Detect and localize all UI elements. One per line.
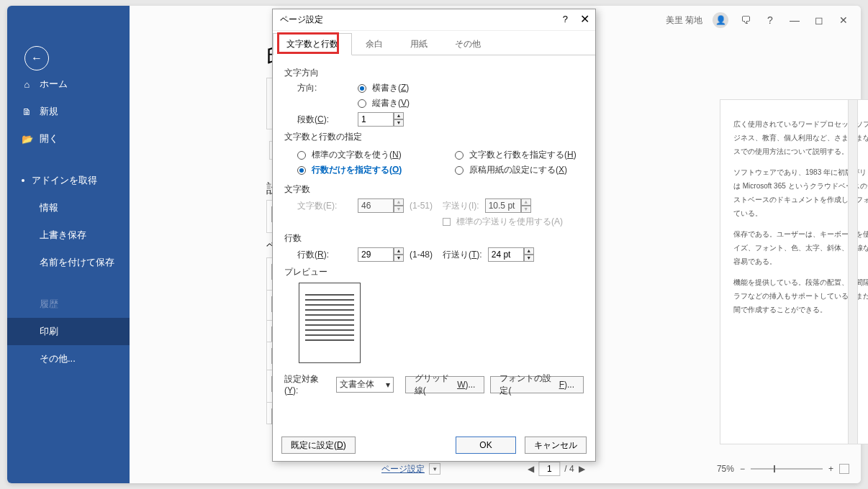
checkbox-std-pitch-label: 標準の字送りを使用する(A) [456, 216, 563, 228]
sidebar-item-new[interactable]: 🗎新規 [7, 98, 130, 125]
close-button[interactable]: ✕ [836, 14, 851, 26]
backstage-sidebar: ← ⌂ホーム 🗎新規 📂開く アドインを取得 情報 上書き保存 名前を付けて保存… [7, 6, 130, 483]
avatar[interactable]: 👤 [713, 12, 728, 28]
sidebar-item-label: 開く [40, 132, 58, 145]
apply-to-value: 文書全体 [340, 378, 374, 390]
lines-input[interactable] [358, 247, 394, 262]
spin-up-icon[interactable]: ▲ [524, 247, 534, 255]
group-spec: 文字数と行数の指定 [284, 131, 584, 143]
tab-chars-lines[interactable]: 文字数と行数 [273, 33, 352, 55]
radio-horizontal[interactable] [358, 84, 366, 93]
pitch-input [485, 198, 521, 213]
close-icon[interactable]: ✕ [580, 12, 589, 26]
zoom-out-button[interactable]: − [740, 464, 745, 474]
radio-lines-only[interactable] [297, 166, 306, 175]
sidebar-item-addins[interactable]: アドインを取得 [7, 167, 130, 194]
dialog-title: ページ設定 [280, 14, 323, 26]
ok-button[interactable]: OK [456, 437, 516, 454]
sidebar-item-label: 情報 [40, 201, 58, 214]
sidebar-item-save[interactable]: 上書き保存 [7, 221, 130, 249]
preview-thumbnail [299, 283, 361, 363]
radio-manuscript-label: 原稿用紙の設定にする(X) [469, 164, 567, 176]
minimize-button[interactable]: — [787, 14, 802, 26]
maximize-button[interactable]: ◻ [812, 14, 826, 26]
bullet-icon [22, 179, 24, 182]
next-page-button[interactable]: ▶ [579, 464, 585, 474]
spin-up-icon[interactable]: ▲ [394, 112, 404, 119]
sidebar-item-info[interactable]: 情報 [7, 194, 130, 221]
fit-page-button[interactable] [839, 464, 849, 474]
checkbox-std-pitch [443, 218, 451, 226]
sidebar-item-label: 名前を付けて保存 [40, 256, 114, 269]
apply-to-combo[interactable]: 文書全体▾ [336, 377, 394, 393]
chevron-down-icon: ▾ [386, 380, 390, 390]
set-default-button[interactable]: 既定に設定(D) [281, 437, 356, 454]
spin-down-icon[interactable]: ▼ [524, 255, 534, 262]
gridlines-button[interactable]: グリッド線(W)... [405, 376, 485, 393]
spin-up-icon: ▲ [394, 198, 404, 206]
group-preview: プレビュー [284, 266, 584, 278]
sidebar-item-label: 新規 [40, 105, 58, 118]
help-icon[interactable]: 🗨 [738, 14, 753, 26]
sidebar-item-label: アドインを取得 [32, 174, 97, 187]
sidebar-item-label: 印刷 [40, 325, 58, 338]
line-pitch-label: 行送り(T): [443, 249, 482, 261]
tab-margins[interactable]: 余白 [352, 33, 397, 55]
folder-open-icon: 📂 [22, 134, 32, 145]
lines-label: 行数(R): [297, 249, 352, 261]
spin-up-icon[interactable]: ▲ [394, 247, 404, 255]
cancel-button[interactable]: キャンセル [525, 437, 587, 454]
radio-default-chars-label: 標準の文字数を使う(N) [312, 149, 402, 161]
preview-scrollbar[interactable] [848, 99, 858, 444]
tab-other[interactable]: その他 [441, 33, 494, 55]
sidebar-item-home[interactable]: ⌂ホーム [7, 70, 130, 98]
chevron-down-icon[interactable]: ▾ [429, 463, 440, 475]
page-setup-dialog: ページ設定 ? ✕ 文字数と行数 余白 用紙 その他 文字方向 方向: 横書き(… [272, 9, 596, 462]
radio-vertical-label: 縦書き(V) [372, 97, 410, 109]
home-icon: ⌂ [22, 79, 32, 90]
back-button[interactable]: ← [24, 46, 49, 70]
radio-vertical[interactable] [358, 99, 366, 108]
prev-page-button[interactable]: ◀ [528, 464, 534, 474]
group-lines: 行数 [284, 232, 584, 244]
dialog-tabs: 文字数と行数 余白 用紙 その他 [273, 31, 595, 55]
font-settings-button[interactable]: フォントの設定(F)... [490, 376, 584, 393]
document-preview: 広く使用されているワードプロセッサソフトウェアである。ビジネス、教育、個人利用な… [720, 99, 868, 444]
spin-down-icon[interactable]: ▼ [394, 255, 404, 262]
sidebar-item-print[interactable]: 印刷 [7, 318, 130, 345]
page-number-input[interactable] [538, 462, 560, 476]
tab-paper[interactable]: 用紙 [397, 33, 441, 55]
spin-up-icon: ▲ [521, 198, 531, 206]
dialog-titlebar: ページ設定 ? ✕ [273, 9, 595, 31]
radio-chars-lines[interactable] [455, 151, 464, 160]
line-pitch-input[interactable] [488, 247, 524, 262]
page-setup-link[interactable]: ページ設定 [381, 463, 425, 475]
apply-to-label: 設定対象(Y): [284, 373, 330, 396]
group-chars: 文字数 [284, 183, 584, 196]
radio-manuscript[interactable] [455, 166, 464, 175]
spin-down-icon: ▼ [394, 206, 404, 213]
radio-horizontal-label: 横書き(Z) [372, 82, 409, 94]
radio-default-chars[interactable] [297, 151, 306, 160]
zoom-slider[interactable] [751, 468, 823, 470]
spin-down-icon[interactable]: ▼ [394, 119, 404, 127]
sidebar-item-label: 履歴 [40, 298, 58, 311]
sidebar-item-open[interactable]: 📂開く [7, 125, 130, 152]
chars-input [358, 198, 394, 213]
help-question-icon[interactable]: ? [763, 14, 777, 26]
spin-down-icon: ▼ [521, 206, 531, 213]
columns-label: 段数(C): [297, 114, 352, 126]
help-button[interactable]: ? [563, 14, 568, 24]
sidebar-item-history[interactable]: 履歴 [7, 291, 130, 318]
zoom-in-button[interactable]: + [828, 464, 833, 474]
sidebar-item-label: ホーム [40, 78, 68, 91]
sidebar-item-saveas[interactable]: 名前を付けて保存 [7, 249, 130, 276]
lines-range: (1-48) [410, 250, 433, 260]
columns-input[interactable] [358, 112, 394, 127]
sidebar-item-more[interactable]: その他... [7, 345, 130, 373]
direction-label: 方向: [297, 82, 352, 94]
status-bar: ページ設定 ▾ ◀ / 4 ▶ 75% − + [259, 459, 854, 479]
pitch-label: 字送り(I): [443, 200, 479, 212]
arrow-left-icon: ← [31, 52, 42, 65]
user-name: 美里 菊地 [666, 14, 702, 27]
